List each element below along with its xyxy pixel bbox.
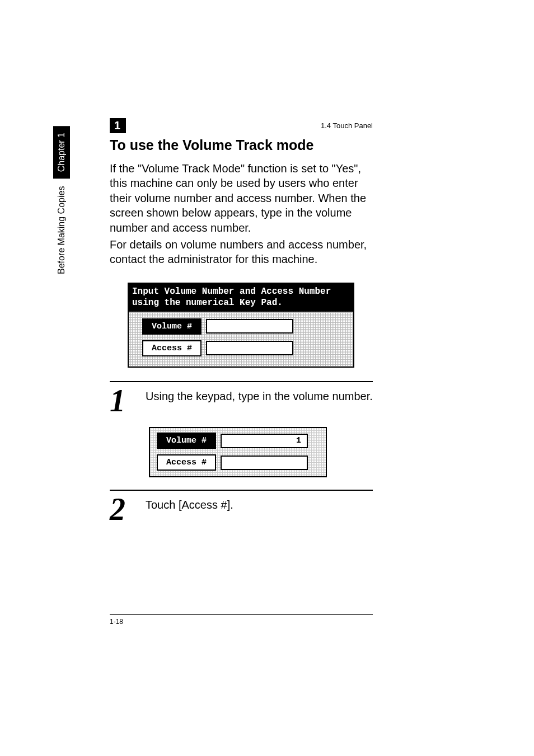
section-heading: To use the Volume Track mode [110,137,373,153]
chapter-tab: Chapter 1 [53,126,70,179]
access-number-field[interactable] [221,456,308,470]
access-number-button[interactable]: Access # [142,340,202,356]
touch-panel-screenshot-1: Input Volume Number and Access Number us… [128,283,354,368]
chapter-number-badge: 1 [110,118,126,133]
panel-title-line2: using the numerical Key Pad. [132,297,350,308]
volume-number-button[interactable]: Volume # [142,318,202,335]
paragraph-2: For details on volume numbers and access… [110,237,373,267]
step-text-2: Touch [Access #]. [146,495,373,512]
step-separator [110,381,373,382]
running-head: 1.4 Touch Panel [321,121,373,130]
access-number-button[interactable]: Access # [157,454,216,471]
panel-title: Input Volume Number and Access Number us… [128,283,354,312]
volume-number-field[interactable]: 1 [221,434,308,448]
footer-rule [110,614,373,615]
volume-number-field[interactable] [206,319,293,334]
panel-title-line1: Input Volume Number and Access Number [132,286,350,297]
page-number: 1-18 [110,618,123,626]
step-number-2: 2 [110,495,135,523]
section-tab: Before Making Copies [53,181,70,293]
volume-number-button[interactable]: Volume # [157,433,216,449]
step-number-1: 1 [110,387,135,415]
paragraph-1: If the "Volume Track Mode" function is s… [110,161,373,235]
step-text-1: Using the keypad, type in the volume num… [146,387,373,403]
access-number-field[interactable] [206,341,293,355]
touch-panel-screenshot-2: Volume # 1 Access # [149,427,327,477]
step-separator [110,490,373,491]
